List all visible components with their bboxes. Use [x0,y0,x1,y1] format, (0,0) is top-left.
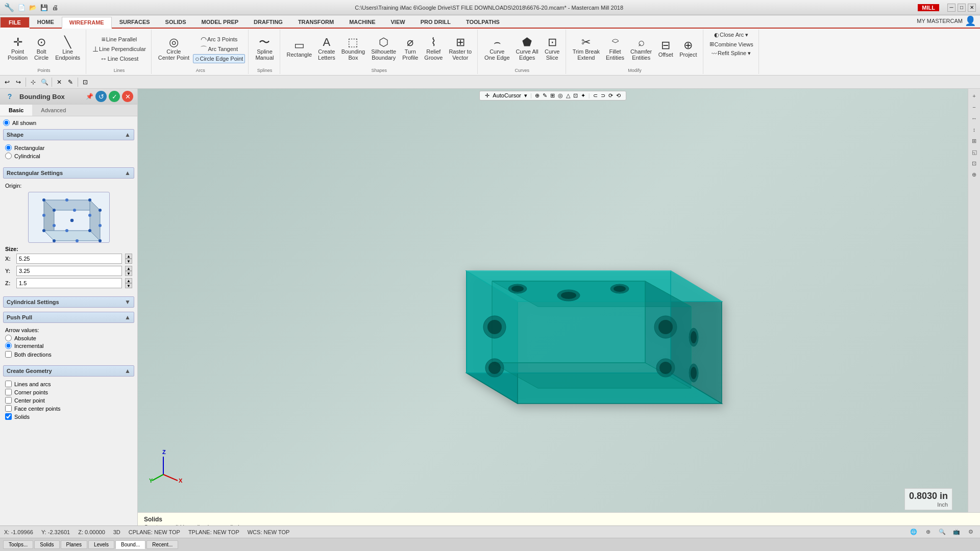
tab-solids[interactable]: SOLIDS [158,16,194,28]
autocursor-tool4[interactable]: ◎ [558,92,563,99]
size-y-input[interactable] [16,266,122,276]
turn-profile-btn[interactable]: ⌀ TurnProfile [400,35,421,62]
combine-views-btn[interactable]: ⊞ Combine Views [707,40,755,48]
fillet-entities-btn[interactable]: ⌔ FilletEntities [603,35,627,62]
corner-points-checkbox[interactable] [5,389,12,395]
rt-btn-3[interactable]: ↔ [969,113,979,123]
tab-toolpaths[interactable]: TOOLPATHS [458,16,507,28]
autocursor-tool10[interactable]: ⟳ [608,92,613,99]
spline-manual-btn[interactable]: 〜 SplineManual [253,35,276,62]
tab-advanced[interactable]: Advanced [32,105,75,116]
redo-btn[interactable]: ↪ [13,77,23,87]
bottom-tab-toolpaths[interactable]: Toolps... [3,540,33,549]
snap-btn[interactable]: ⊡ [80,77,90,87]
autocursor-tool3[interactable]: ⊞ [550,92,555,99]
rt-btn-4[interactable]: ↕ [969,124,979,135]
circle-center-point-btn[interactable]: ◎ CircleCenter Point [156,35,192,62]
autocursor-tool11[interactable]: ⟲ [616,92,621,99]
raster-vector-btn[interactable]: ⊞ Raster toVector [446,35,474,62]
shape-section-header[interactable]: Shape ▲ [3,129,134,140]
undo-btn[interactable]: ↩ [2,77,12,87]
panel-cancel-btn[interactable]: ✕ [122,91,133,102]
line-endpoints-btn[interactable]: ╲ LineEndpoints [53,35,83,62]
tab-home[interactable]: HOME [30,16,62,28]
curve-one-edge-btn[interactable]: ⌢ CurveOne Edge [482,35,512,62]
trim-break-extend-btn[interactable]: ✂ Trim BreakExtend [570,35,602,62]
size-y-down[interactable]: ▼ [125,271,132,276]
close-arc-btn[interactable]: ◐ Close Arc ▾ [707,31,755,39]
window-controls[interactable]: ─ □ ✕ [947,4,976,12]
viewport[interactable]: ✛ AutoCursor ▾ | ⊕ ✎ ⊞ ◎ △ ⊡ ✦ | ⊂ ⊃ ⟳ ⟲ [138,89,968,525]
rt-btn-2[interactable]: − [969,102,979,112]
status-icon-3[interactable]: 🔍 [937,527,947,537]
silhouette-boundary-btn[interactable]: ⬡ SilhouetteBoundary [369,35,399,62]
rt-btn-6[interactable]: ◱ [969,147,979,157]
bottom-tab-bounding[interactable]: Bound... [115,540,145,549]
rt-btn-7[interactable]: ⊡ [969,158,979,168]
bounding-box-btn[interactable]: ⬚ BoundingBox [339,35,368,62]
minimize-btn[interactable]: ─ [947,4,955,12]
cylindrical-radio[interactable] [5,153,12,159]
line-closest-btn[interactable]: ↔ Line Closest [90,54,148,63]
tab-machine[interactable]: MACHINE [341,16,383,28]
tab-drafting[interactable]: DRAFTING [246,16,290,28]
rt-btn-1[interactable]: + [969,91,979,101]
chamfer-entities-btn[interactable]: ⌕ ChamferEntities [628,35,654,62]
panel-ok-btn[interactable]: ✓ [109,91,120,102]
open-btn[interactable]: 📂 [28,3,38,13]
status-icon-4[interactable]: 📺 [951,527,962,537]
size-z-up[interactable]: ▲ [125,278,132,283]
absolute-radio[interactable] [5,335,12,341]
project-btn[interactable]: ⊕ Project [677,38,699,59]
panel-pin-btn[interactable]: 📌 [86,93,93,100]
new-btn[interactable]: 📄 [16,3,27,13]
autocursor-tool5[interactable]: △ [566,92,570,99]
tab-surfaces[interactable]: SURFACES [112,16,158,28]
tab-view[interactable]: VIEW [383,16,413,28]
autocursor-tool8[interactable]: ⊂ [593,92,598,99]
print-btn[interactable]: 🖨 [50,3,60,13]
bottom-tab-levels[interactable]: Levels [88,540,114,549]
panel-confirm-btn[interactable]: ↺ [95,91,107,102]
center-point-checkbox[interactable] [5,397,12,404]
face-center-points-checkbox[interactable] [5,405,12,412]
cylindrical-settings-header[interactable]: Cylindrical Settings ▼ [3,296,134,308]
line-perpendicular-btn[interactable]: ⊥ Line Perpendicular [90,44,148,54]
point-position-btn[interactable]: ✛ PointPosition [5,35,30,62]
autocursor-tool6[interactable]: ⊡ [573,92,578,99]
size-z-input[interactable] [16,278,122,288]
size-y-up[interactable]: ▲ [125,266,132,271]
line-parallel-btn[interactable]: ≡ Line Parallel [90,35,148,44]
size-x-up[interactable]: ▲ [125,254,132,259]
bottom-tab-planes[interactable]: Planes [61,540,88,549]
size-x-down[interactable]: ▼ [125,259,132,264]
autocursor-tool1[interactable]: ⊕ [535,92,540,99]
close-btn[interactable]: ✕ [968,4,976,12]
status-icon-1[interactable]: 🌐 [909,527,919,537]
all-shown-radio[interactable] [3,119,10,126]
rt-btn-5[interactable]: ⊞ [969,136,979,146]
rectangular-radio[interactable] [5,144,12,151]
lines-arcs-checkbox[interactable] [5,381,12,387]
rectangular-settings-header[interactable]: Rectangular Settings ▲ [3,167,134,179]
relief-groove-btn[interactable]: ⌇ ReliefGroove [422,35,445,62]
status-icon-5[interactable]: ⚙ [966,527,976,537]
save-btn[interactable]: 💾 [39,3,49,13]
tab-wireframe[interactable]: WIREFRAME [62,17,112,29]
create-geometry-header[interactable]: Create Geometry ▲ [3,365,134,377]
bottom-tab-recent[interactable]: Recent... [146,540,178,549]
autocursor-tool2[interactable]: ✎ [543,92,547,99]
bolt-circle-btn[interactable]: ⊙ BoltCircle [31,35,52,62]
select-btn[interactable]: ⊹ [28,77,38,87]
curve-slice-btn[interactable]: ⊡ CurveSlice [542,35,562,62]
delete-btn[interactable]: ✕ [54,77,64,87]
offset-btn[interactable]: ⊟ Offset [655,38,676,59]
both-directions-checkbox[interactable] [5,351,12,358]
refit-spline-btn[interactable]: 〰 Refit Spline ▾ [707,49,755,58]
tab-file[interactable]: FILE [0,17,30,29]
arc-tangent-btn[interactable]: ⌒ Arc Tangent [193,44,245,54]
curve-all-edges-btn[interactable]: ⬟ Curve AllEdges [513,35,541,62]
panel-help-btn[interactable]: ? [4,91,15,102]
toolbar-quick-access[interactable]: 📄 📂 💾 🖨 [16,3,60,13]
tab-transform[interactable]: TRANSFORM [290,16,341,28]
